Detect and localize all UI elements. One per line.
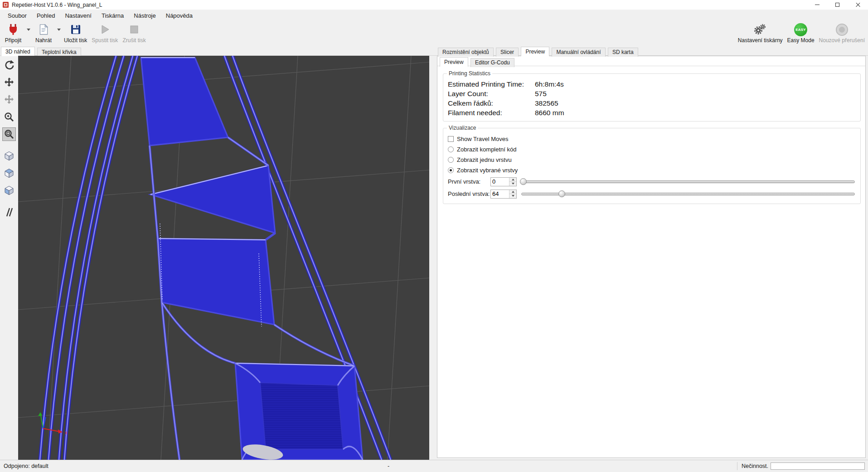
start-print-button[interactable]: Spustit tisk [89, 22, 120, 44]
spin-down-icon [512, 183, 514, 185]
slider-thumb[interactable] [520, 178, 527, 185]
easy-mode-label: Easy Mode [787, 37, 815, 44]
spin-up-icon [512, 179, 514, 180]
save-print-button[interactable]: Uložit tisk [62, 22, 89, 44]
front-view-tool[interactable] [2, 166, 16, 180]
magnifier-plus-icon [4, 112, 15, 122]
radio-show-complete-code-row: Zobrazit kompletní kód [448, 144, 856, 155]
printer-settings-button[interactable]: Nastavení tiskárny [736, 22, 785, 44]
printing-statistics-title: Printing Statistics [447, 70, 492, 77]
tab-temperature-curve[interactable]: Teplotní křivka [37, 48, 81, 57]
first-layer-label: První vrstva: [448, 178, 490, 185]
save-print-label: Uložit tisk [64, 37, 87, 44]
zoom-in-tool[interactable] [2, 110, 16, 124]
last-layer-spin-down[interactable] [509, 194, 516, 198]
last-layer-row: Poslední vrstva: [448, 188, 856, 200]
status-bar: Odpojeno: default - Nečinnost. [0, 460, 868, 472]
subtab-preview[interactable]: Preview [440, 57, 468, 67]
menu-soubor[interactable]: Soubor [3, 11, 32, 20]
stat-value: 8660 mm [535, 108, 856, 117]
tab-manual-control[interactable]: Manuální ovládání [552, 48, 605, 57]
slider-thumb[interactable] [558, 190, 565, 197]
stat-row-time: Estimated Printing Time: 6h:8m:4s [448, 79, 856, 89]
isometric-view-tool[interactable] [2, 149, 16, 163]
show-single-layer-label: Zobrazit jednu vrstvu [457, 156, 512, 163]
visualization-title: Vizualizace [447, 125, 478, 131]
rotate-icon [4, 60, 15, 71]
document-icon [38, 23, 49, 36]
easy-mode-button[interactable]: EASY Easy Mode [785, 22, 817, 44]
cube-iso-icon [4, 151, 15, 161]
show-travel-moves-checkbox[interactable] [448, 136, 454, 142]
slider-track[interactable] [521, 180, 855, 183]
load-button[interactable]: Nahrát [31, 22, 56, 44]
splitter[interactable] [429, 56, 437, 460]
emergency-stop-button[interactable]: Nouzové přerušení [817, 22, 867, 44]
connect-label: Připojit [5, 37, 22, 44]
load-dropdown[interactable] [56, 23, 62, 36]
visualization-group: Vizualizace Show Travel Moves Zobrazit k… [443, 128, 861, 204]
menu-nastaveni[interactable]: Nastavení [60, 11, 97, 20]
rotate-view-tool[interactable] [2, 58, 16, 72]
parallel-projection-tool[interactable] [2, 205, 16, 219]
menu-nastroje[interactable]: Nástroje [129, 11, 160, 20]
view-toolstrip [0, 56, 18, 460]
last-layer-spinner [490, 190, 517, 199]
menu-napoveda[interactable]: Nápověda [161, 11, 198, 20]
stat-value: 6h:8m:4s [535, 79, 856, 89]
menu-pohled[interactable]: Pohled [32, 11, 60, 20]
first-layer-slider[interactable] [521, 177, 855, 186]
show-complete-code-radio[interactable] [448, 146, 454, 152]
app-icon [2, 1, 9, 8]
emergency-icon [836, 24, 848, 36]
progress-bar [771, 462, 865, 470]
parallel-lines-icon [4, 207, 15, 218]
stat-row-layers: Layer Count: 575 [448, 89, 856, 98]
viewport-3d[interactable]: x [18, 56, 429, 460]
close-button[interactable] [848, 0, 868, 10]
tab-preview[interactable]: Preview [521, 47, 549, 56]
stat-label: Filament needed: [448, 108, 535, 117]
tab-3d-view[interactable]: 3D náhled [1, 47, 35, 56]
last-layer-spin-up[interactable] [509, 190, 516, 195]
tab-object-placement[interactable]: Rozmístění objektů [438, 48, 494, 57]
stat-value: 575 [535, 89, 856, 98]
last-layer-input[interactable] [491, 190, 509, 198]
subtab-gcode-editor[interactable]: Editor G-Codu [470, 58, 514, 67]
stat-row-filament: Filament needed: 8660 mm [448, 108, 856, 117]
stat-label: Celkem řádků: [448, 98, 535, 108]
tab-slicer[interactable]: Slicer [496, 48, 519, 57]
tab-sd-card[interactable]: SD karta [608, 48, 638, 57]
connect-button[interactable]: Připojit [1, 22, 25, 44]
maximize-button[interactable] [827, 0, 848, 10]
right-panel: Preview Editor G-Codu Printing Statistic… [437, 56, 868, 460]
show-single-layer-radio[interactable] [448, 157, 454, 163]
spin-down-icon [512, 195, 514, 197]
first-layer-spin-down[interactable] [509, 182, 516, 186]
chevron-down-icon [57, 29, 61, 31]
start-print-label: Spustit tisk [92, 37, 118, 44]
connection-status: Odpojeno: default [4, 460, 48, 472]
radio-show-layer-range-row: Zobrazit vybrané vrstvy [448, 165, 856, 175]
slider-track[interactable] [521, 193, 855, 195]
zoom-fit-tool[interactable] [2, 127, 16, 141]
move-icon [4, 77, 15, 88]
preview-subtabs: Preview Editor G-Codu [437, 56, 865, 66]
x-axis-label: x [65, 430, 68, 435]
load-label: Nahrát [35, 37, 52, 44]
connect-dropdown[interactable] [25, 23, 31, 36]
cancel-print-button[interactable]: Zrušit tisk [120, 22, 148, 44]
cancel-print-label: Zrušit tisk [122, 37, 145, 44]
move-viewpoint-tool[interactable] [2, 93, 16, 107]
show-layer-range-radio[interactable] [448, 167, 454, 173]
first-layer-input[interactable] [491, 178, 509, 186]
last-layer-slider[interactable] [521, 190, 855, 199]
top-view-tool[interactable] [2, 184, 16, 197]
chevron-down-icon [27, 29, 30, 31]
move-object-tool[interactable] [2, 76, 16, 89]
show-travel-moves-row: Show Travel Moves [448, 134, 856, 144]
menu-tiskarna[interactable]: Tiskárna [97, 11, 129, 20]
minimize-button[interactable] [807, 0, 827, 10]
toolbar: Připojit Nahrát Uložit tisk Spust [0, 21, 868, 47]
first-layer-spin-up[interactable] [509, 178, 516, 182]
